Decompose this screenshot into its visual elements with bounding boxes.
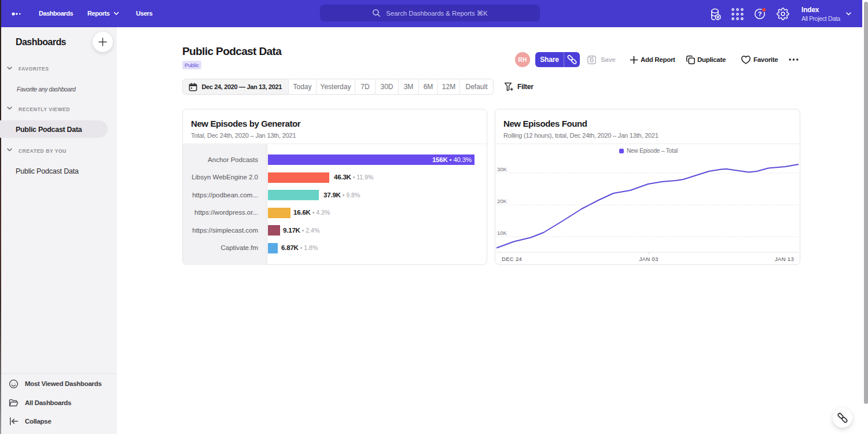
- svg-text:DEC 24: DEC 24: [502, 256, 522, 262]
- svg-text:10K: 10K: [497, 230, 507, 236]
- svg-text:JAN 13: JAN 13: [775, 256, 794, 262]
- svg-text:20K: 20K: [497, 198, 507, 204]
- svg-text:30K: 30K: [497, 166, 507, 172]
- svg-text:JAN 03: JAN 03: [639, 256, 659, 262]
- svg-text:?: ?: [758, 10, 762, 17]
